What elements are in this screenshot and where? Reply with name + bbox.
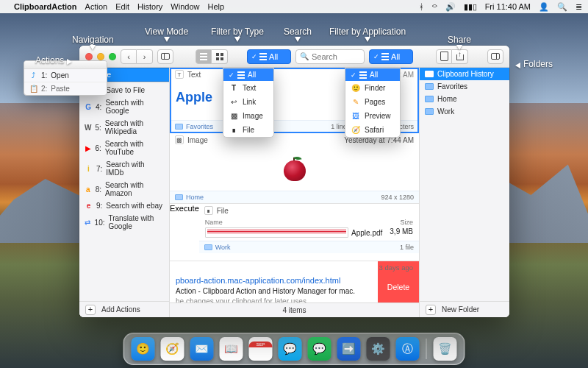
filter-type-text[interactable]: TText: [223, 81, 273, 95]
dock-calendar[interactable]: SEP29: [249, 337, 273, 361]
add-actions-button[interactable]: + Add Actions: [79, 301, 169, 317]
sidebar-action-item[interactable]: a8: Search with Amazon: [79, 179, 169, 199]
check-icon: ✓: [251, 53, 257, 60]
search-field[interactable]: 🔍: [295, 49, 365, 64]
filter-by-app-dropdown[interactable]: ✓ All: [369, 49, 413, 64]
minimize-button[interactable]: [97, 53, 104, 60]
file-type-icon: ∎: [204, 206, 213, 215]
volume-icon[interactable]: 🔊: [445, 2, 456, 12]
filter-type-link[interactable]: ↩Link: [223, 95, 273, 109]
filter-type-file[interactable]: ∎File: [223, 123, 273, 137]
user-icon[interactable]: 👤: [539, 2, 549, 12]
dock-reader[interactable]: 📖: [220, 337, 243, 361]
dock-finder[interactable]: 🙂: [132, 337, 155, 361]
folder-icon: [425, 83, 434, 90]
delete-button[interactable]: [436, 49, 452, 64]
dock-settings[interactable]: ⚙️: [367, 337, 390, 361]
status-bar: 4 items: [170, 302, 419, 317]
sidebar-action-item[interactable]: G4: Search with Google: [79, 96, 169, 117]
app-window: ‹ › ✓ All 🔍 ✓ All: [79, 46, 509, 317]
close-button[interactable]: [85, 53, 93, 60]
filter-app-preview[interactable]: 🖼Preview: [345, 109, 400, 123]
menu-help[interactable]: Help: [207, 2, 224, 11]
nav-back-forward: ‹ ›: [121, 49, 153, 64]
traffic-lights: [85, 53, 116, 60]
filter-app-safari[interactable]: 🧭Safari: [345, 123, 400, 137]
menu-history[interactable]: History: [137, 2, 162, 11]
window-titlebar: ‹ › ✓ All 🔍 ✓ All: [79, 46, 509, 68]
text-type-icon: T: [175, 70, 184, 79]
filter-type-image[interactable]: ▩Image: [223, 109, 273, 123]
folder-item-work[interactable]: Work: [420, 105, 509, 118]
dock-safari[interactable]: 🧭: [161, 337, 184, 361]
nav-forward-button[interactable]: ›: [137, 49, 153, 64]
pdf-icon: [205, 227, 348, 238]
action-paste[interactable]: 📋2: Paste: [24, 82, 107, 95]
swipe-execute-button[interactable]: Execute: [170, 204, 199, 253]
check-icon: ✓: [373, 53, 379, 60]
sidebar-action-item[interactable]: ⇄10: Translate with Google: [79, 212, 169, 233]
zoom-button[interactable]: [109, 53, 116, 60]
folder-icon: [175, 194, 183, 200]
apple-image: [284, 156, 306, 181]
folder-icon: [204, 244, 212, 250]
menu-action[interactable]: Action: [85, 2, 108, 11]
dock-messages[interactable]: 💬: [308, 337, 331, 361]
view-mode-segment: [196, 49, 228, 64]
bluetooth-icon[interactable]: ᚼ: [419, 2, 424, 11]
nav-back-button[interactable]: ‹: [121, 49, 137, 64]
control-center-icon[interactable]: ≣: [576, 2, 582, 12]
filter-app-pages[interactable]: ✎Pages: [345, 95, 400, 109]
dock-trash[interactable]: 🗑️: [434, 337, 457, 361]
view-grid-button[interactable]: [212, 49, 228, 64]
filter-app-menu-header[interactable]: ✓All: [345, 68, 400, 81]
macos-menubar: ClipboardAction Action Edit History Wind…: [0, 0, 588, 13]
sidebar-action-item[interactable]: e9: Search with ebay: [79, 199, 169, 212]
share-group: [436, 49, 468, 64]
battery-icon[interactable]: ▮▮▯: [464, 2, 477, 12]
filter-app-finder[interactable]: 🙂Finder: [345, 81, 400, 95]
share-button[interactable]: [452, 49, 468, 64]
new-folder-button[interactable]: + New Folder: [420, 301, 509, 317]
action-open[interactable]: ⤴1: Open: [24, 69, 107, 82]
filter-app-menu: ✓All 🙂Finder ✎Pages 🖼Preview 🧭Safari: [345, 68, 401, 138]
filter-by-type-dropdown[interactable]: ✓ All: [247, 49, 291, 64]
sidebar-action-item[interactable]: ▶6: Search with YouTube: [79, 138, 169, 158]
sidebar-action-item[interactable]: W5: Search with Wikipedia: [79, 117, 169, 138]
paste-icon: 📋: [29, 85, 37, 93]
dock-cloud[interactable]: 💬: [279, 337, 302, 361]
folder-item-home[interactable]: Home: [420, 93, 509, 105]
history-item-file[interactable]: Execute ∎File NameSize Apple.pdf 3,9 MB …: [170, 204, 419, 261]
history-item-link[interactable]: 3 days ago pboard-action.mac-application…: [170, 261, 419, 302]
filter-type-menu-header[interactable]: ✓All: [223, 68, 273, 81]
toggle-left-sidebar-button[interactable]: [157, 49, 173, 64]
search-icon: 🔍: [300, 52, 309, 60]
image-dimensions: 924 x 1280: [381, 194, 414, 201]
dock-mail[interactable]: ✉️: [190, 337, 214, 361]
sidebar-right-icon: [491, 53, 500, 60]
folder-item-clipboard-history[interactable]: Clipboard History: [420, 68, 509, 80]
plus-icon: +: [85, 305, 96, 315]
menu-edit[interactable]: Edit: [115, 2, 129, 11]
dock-appstore[interactable]: Ⓐ: [396, 337, 420, 361]
image-preview: [170, 146, 419, 191]
search-input[interactable]: [312, 52, 360, 61]
spotlight-icon[interactable]: 🔍: [557, 2, 567, 12]
sidebar-action-item[interactable]: i7: Search with IMDb: [79, 158, 169, 179]
dock-go[interactable]: ➡️: [337, 337, 361, 361]
link-sub: he changes your clipboard for later uses…: [176, 297, 372, 302]
menubar-clock[interactable]: Fri 11:40 AM: [485, 2, 531, 11]
toggle-right-sidebar-button[interactable]: [487, 49, 503, 64]
app-name[interactable]: ClipboardAction: [14, 2, 77, 11]
folder-icon: [175, 124, 183, 130]
folder-item-favorites[interactable]: Favorites: [420, 80, 509, 93]
folder-icon: [425, 71, 434, 77]
actions-sidebar: Execute 💾3: Save to File G4: Search with…: [79, 68, 170, 317]
wifi-icon[interactable]: ⌔: [432, 2, 437, 11]
history-item-image[interactable]: ▩Image Yesterday at 7:44 AM Home 924 x 1…: [170, 133, 419, 204]
share-icon: [456, 52, 464, 60]
menu-window[interactable]: Window: [171, 2, 199, 11]
view-list-button[interactable]: [196, 49, 212, 64]
folder-icon: [425, 108, 434, 115]
filter-type-label: All: [269, 52, 278, 61]
